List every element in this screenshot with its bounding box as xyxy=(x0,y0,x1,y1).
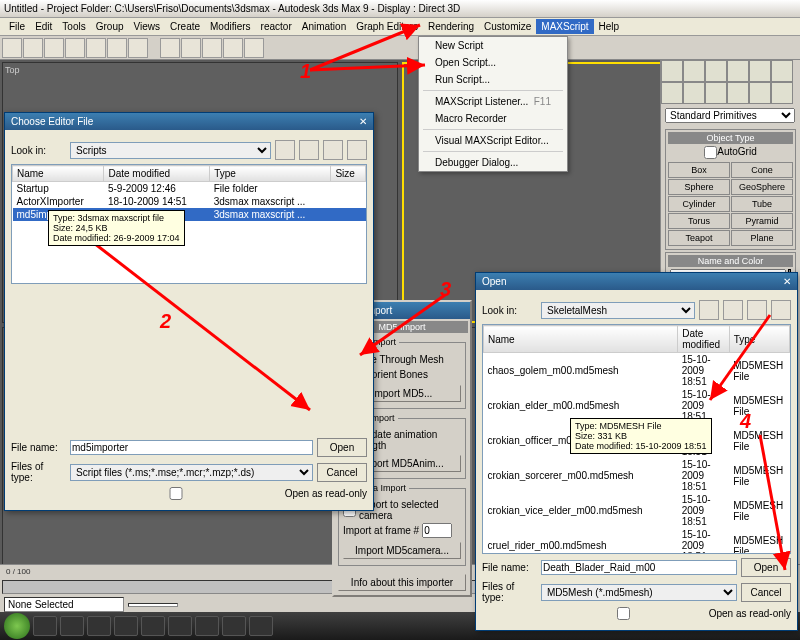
toolbar-button[interactable] xyxy=(223,38,243,58)
menu-animation[interactable]: Animation xyxy=(297,19,351,34)
column-header[interactable]: Date modified xyxy=(678,326,730,353)
file-row[interactable]: crokian_sorcerer_m00.md5mesh15-10-2009 1… xyxy=(484,458,790,493)
file-row[interactable]: Startup5-9-2009 12:46File folder xyxy=(13,182,366,196)
menu-group[interactable]: Group xyxy=(91,19,129,34)
subtab[interactable] xyxy=(661,82,683,104)
column-header[interactable]: Name xyxy=(13,166,104,182)
toolbar-button[interactable] xyxy=(44,38,64,58)
subtab[interactable] xyxy=(749,82,771,104)
menu-customize[interactable]: Customize xyxy=(479,19,536,34)
box-button[interactable]: Box xyxy=(668,162,730,178)
subtab[interactable] xyxy=(727,82,749,104)
sphere-button[interactable]: Sphere xyxy=(668,179,730,195)
newfolder-icon[interactable] xyxy=(323,140,343,160)
taskbar-item[interactable] xyxy=(222,616,246,636)
tab-hierarchy[interactable] xyxy=(705,60,727,82)
file-row[interactable]: ActorXImporter18-10-2009 14:513dsmax max… xyxy=(13,195,366,208)
subtab[interactable] xyxy=(705,82,727,104)
taskbar-item[interactable] xyxy=(168,616,192,636)
plane-button[interactable]: Plane xyxy=(731,230,793,246)
views-icon[interactable] xyxy=(347,140,367,160)
tab-create[interactable] xyxy=(661,60,683,82)
close-icon[interactable]: ✕ xyxy=(359,116,367,127)
teapot-button[interactable]: Teapot xyxy=(668,230,730,246)
taskbar-item[interactable] xyxy=(33,616,57,636)
taskbar-item[interactable] xyxy=(141,616,165,636)
menu-edit[interactable]: Edit xyxy=(30,19,57,34)
menu-item[interactable]: MAXScript Listener...F11 xyxy=(419,93,567,110)
file-row[interactable]: chaos_golem_m00.md5mesh15-10-2009 18:51M… xyxy=(484,353,790,389)
close-icon[interactable]: ✕ xyxy=(783,276,791,287)
menu-maxscript[interactable]: MAXScript xyxy=(536,19,593,34)
back-icon[interactable] xyxy=(699,300,719,320)
column-header[interactable]: Name xyxy=(484,326,678,353)
menu-reactor[interactable]: reactor xyxy=(256,19,297,34)
filetype-select[interactable]: Script files (*.ms;*.mse;*.mcr;*.mzp;*.d… xyxy=(70,464,313,481)
torus-button[interactable]: Torus xyxy=(668,213,730,229)
tab-display[interactable] xyxy=(749,60,771,82)
cylinder-button[interactable]: Cylinder xyxy=(668,196,730,212)
views-icon[interactable] xyxy=(771,300,791,320)
primitive-type-select[interactable]: Standard Primitives xyxy=(665,108,795,123)
cone-button[interactable]: Cone xyxy=(731,162,793,178)
filename-input[interactable] xyxy=(70,440,313,455)
column-header[interactable]: Type xyxy=(210,166,331,182)
menu-item[interactable]: Open Script... xyxy=(419,54,567,71)
toolbar-button[interactable] xyxy=(160,38,180,58)
open-button[interactable]: Open xyxy=(741,558,791,577)
menu-tools[interactable]: Tools xyxy=(57,19,90,34)
column-header[interactable]: Size xyxy=(331,166,366,182)
menu-views[interactable]: Views xyxy=(129,19,166,34)
menu-item[interactable]: Debugger Dialog... xyxy=(419,154,567,171)
cancel-button[interactable]: Cancel xyxy=(317,463,367,482)
taskbar-item[interactable] xyxy=(249,616,273,636)
taskbar-item[interactable] xyxy=(60,616,84,636)
cancel-button[interactable]: Cancel xyxy=(741,583,791,602)
column-header[interactable]: Date modified xyxy=(104,166,210,182)
menu-modifiers[interactable]: Modifiers xyxy=(205,19,256,34)
toolbar-button[interactable] xyxy=(202,38,222,58)
subtab[interactable] xyxy=(771,82,793,104)
open-button[interactable]: Open xyxy=(317,438,367,457)
menu-help[interactable]: Help xyxy=(594,19,625,34)
lookin-select[interactable]: SkeletalMesh xyxy=(541,302,695,319)
import-md5camera-button[interactable]: Import MD5camera... xyxy=(343,542,461,559)
newfolder-icon[interactable] xyxy=(747,300,767,320)
up-icon[interactable] xyxy=(723,300,743,320)
menu-item[interactable]: Run Script... xyxy=(419,71,567,88)
tab-motion[interactable] xyxy=(727,60,749,82)
tab-utilities[interactable] xyxy=(771,60,793,82)
up-icon[interactable] xyxy=(299,140,319,160)
start-button[interactable] xyxy=(4,613,30,639)
menu-create[interactable]: Create xyxy=(165,19,205,34)
menu-file[interactable]: File xyxy=(4,19,30,34)
filetype-select[interactable]: MD5Mesh (*.md5mesh) xyxy=(541,584,737,601)
menu-item[interactable]: Visual MAXScript Editor... xyxy=(419,132,567,149)
menu-graph editors[interactable]: Graph Editors xyxy=(351,19,423,34)
menu-item[interactable]: New Script xyxy=(419,37,567,54)
toolbar-button[interactable] xyxy=(244,38,264,58)
geosphere-button[interactable]: GeoSphere xyxy=(731,179,793,195)
toolbar-button[interactable] xyxy=(181,38,201,58)
coord-x[interactable] xyxy=(128,603,178,607)
tube-button[interactable]: Tube xyxy=(731,196,793,212)
frame-input[interactable] xyxy=(422,523,452,538)
filename-input[interactable] xyxy=(541,560,737,575)
toolbar-button[interactable] xyxy=(86,38,106,58)
toolbar-button[interactable] xyxy=(128,38,148,58)
taskbar-item[interactable] xyxy=(114,616,138,636)
menu-rendering[interactable]: Rendering xyxy=(423,19,479,34)
readonly-checkbox[interactable] xyxy=(542,607,705,620)
toolbar-button[interactable] xyxy=(23,38,43,58)
file-row[interactable]: crokian_vice_elder_m00.md5mesh15-10-2009… xyxy=(484,493,790,528)
pyramid-button[interactable]: Pyramid xyxy=(731,213,793,229)
back-icon[interactable] xyxy=(275,140,295,160)
toolbar-button[interactable] xyxy=(65,38,85,58)
autogrid-checkbox[interactable] xyxy=(704,146,717,159)
column-header[interactable]: Type xyxy=(729,326,789,353)
toolbar-button[interactable] xyxy=(2,38,22,58)
tab-modify[interactable] xyxy=(683,60,705,82)
info-button[interactable]: Info about this importer xyxy=(338,574,466,591)
file-row[interactable]: cruel_rider_m00.md5mesh15-10-2009 18:51M… xyxy=(484,528,790,554)
subtab[interactable] xyxy=(683,82,705,104)
